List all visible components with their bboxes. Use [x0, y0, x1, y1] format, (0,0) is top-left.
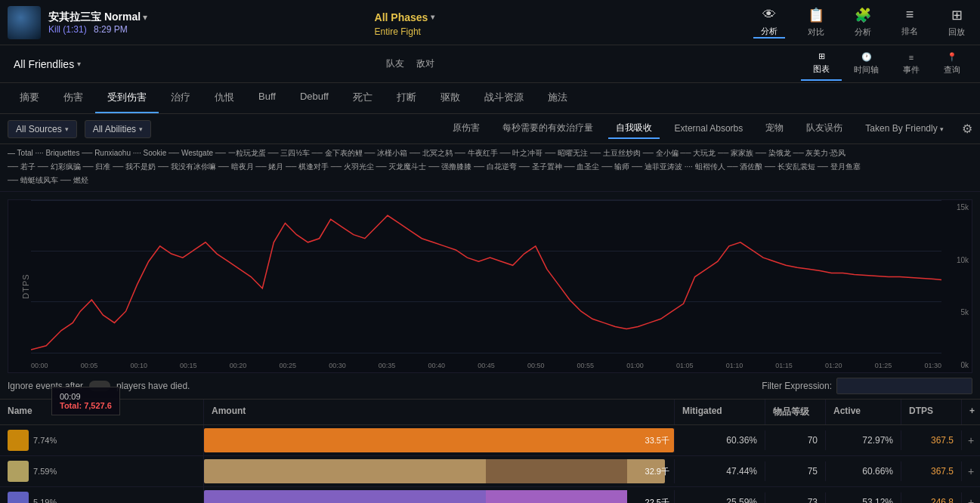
tab-summary[interactable]: 摘要 — [8, 83, 51, 113]
amount-bar — [204, 428, 674, 452]
table-row[interactable]: 7.59% 32.9千47.44%7560.66%367.5+ — [0, 456, 980, 487]
nav-item-analysis[interactable]: 👁 分析 — [753, 7, 785, 39]
metric-friendly-fire[interactable]: 队友误伤 — [799, 119, 850, 139]
th-expand: + — [962, 400, 980, 424]
player-pct: 7.74% — [33, 436, 57, 445]
amount-bar-secondary — [486, 459, 627, 483]
amount-value: 22.5千 — [645, 497, 669, 504]
tab-death[interactable]: 死亡 — [341, 83, 385, 113]
tab-buff[interactable]: Buff — [246, 83, 288, 113]
th-dtps: DTPS — [901, 400, 962, 424]
player-cell: 7.59% — [8, 461, 60, 482]
th-mitigated: Mitigated — [675, 400, 765, 424]
sources-filter[interactable]: All Sources ▾ — [8, 120, 77, 138]
tab-dispel[interactable]: 驱散 — [428, 83, 472, 113]
nav-item-replay[interactable]: ⊞ 回放 — [941, 7, 972, 39]
expand-button[interactable]: + — [962, 430, 980, 451]
active-cell: 60.66% — [826, 461, 901, 481]
list-icon: ≡ — [909, 53, 914, 62]
player-name-cell: 5.19% — [0, 487, 204, 503]
dtps-cell: 367.5 — [901, 430, 962, 450]
tab-debuff[interactable]: Debuff — [288, 83, 341, 113]
boss-info: 安其拉三宝 Normal ▾ Kill (1:31) 8:29 PM — [48, 11, 346, 35]
friendlies-button[interactable]: All Friendlies ▾ — [8, 55, 380, 73]
abilities-arrow: ▾ — [139, 125, 143, 133]
expand-button[interactable]: + — [962, 461, 980, 482]
metric-taken-by-friendly[interactable]: Taken By Friendly ▾ — [858, 120, 951, 138]
view-events[interactable]: ≡ 事件 — [891, 48, 932, 80]
mitigated-cell: 25.59% — [675, 492, 765, 503]
mitigated-cell: 60.36% — [675, 430, 765, 450]
amount-bar-cell: 32.9千 — [204, 459, 675, 483]
th-amount: Amount — [204, 400, 675, 424]
amount-bar-cell: 22.5千 — [204, 490, 675, 503]
tab-damage[interactable]: 伤害 — [51, 83, 95, 113]
view-chart[interactable]: ⊞ 图表 — [801, 47, 842, 81]
chart-icon: ⊞ — [818, 51, 825, 61]
table-row[interactable]: 7.74% 33.5千60.36%7072.97%367.5+ — [0, 425, 980, 456]
tab-damage-taken[interactable]: 受到伤害 — [95, 83, 159, 113]
tab-healing[interactable]: 治疗 — [159, 83, 202, 113]
tab-threat[interactable]: 仇恨 — [202, 83, 246, 113]
nav-item-ranking[interactable]: ≡ 排名 — [894, 7, 926, 39]
phases-button[interactable]: All Phases ▾ — [369, 8, 441, 26]
th-active: Active — [826, 400, 901, 424]
tab-interrupt[interactable]: 打断 — [385, 83, 428, 113]
dtps-cell: 246.8 — [901, 492, 962, 503]
player-avatar — [8, 430, 29, 451]
player-cell: 7.74% — [8, 430, 60, 451]
boss-avatar — [8, 6, 41, 39]
amount-bar-cell: 33.5千 — [204, 428, 675, 452]
nav-item-analyze[interactable]: 🧩 分析 — [847, 7, 879, 39]
metric-pet[interactable]: 宠物 — [758, 119, 791, 139]
chart-legend: — Total ···· Briquettes ── Runxiaohu ···… — [0, 144, 980, 192]
tab-resources[interactable]: 战斗资源 — [472, 83, 536, 113]
pin-icon: 📍 — [947, 52, 957, 62]
puzzle-icon: 🧩 — [855, 7, 871, 23]
abilities-filter[interactable]: All Abilities ▾ — [85, 120, 151, 138]
filter-bar: All Sources ▾ All Abilities ▾ 原伤害 每秒需要的有… — [0, 114, 980, 144]
friend-tab-didui[interactable]: 敌对 — [410, 57, 441, 70]
filter-expression-input[interactable] — [836, 378, 972, 394]
table-header: Name Amount Mitigated 物品等级 Active DTPS + — [0, 400, 980, 425]
amount-bar-secondary — [486, 490, 627, 503]
metric-ext-absorb[interactable]: External Absorbs — [667, 120, 751, 138]
players-died-label: players have died. — [116, 381, 190, 391]
chart-area[interactable]: DTPS 15k 10k 5k 0k 00:00 00:05 00:10 00:… — [8, 199, 972, 373]
player-avatar — [8, 461, 29, 482]
th-ilvl: 物品等级 — [765, 400, 826, 424]
table-body: 7.74% 33.5千60.36%7072.97%367.5+ 7.59% 32… — [0, 425, 980, 503]
dtps-cell: 367.5 — [901, 461, 962, 481]
settings-icon[interactable]: ⚙ — [962, 122, 972, 136]
ilvl-cell: 70 — [765, 430, 826, 450]
expand-button[interactable]: + — [962, 492, 980, 503]
ilvl-cell: 73 — [765, 492, 826, 503]
friend-tab-duiyou[interactable]: 队友 — [380, 57, 410, 70]
player-pct: 7.59% — [33, 467, 57, 476]
metric-raw[interactable]: 原伤害 — [445, 119, 487, 139]
y-axis-label: DTPS — [21, 273, 30, 298]
filter-expression-section: Filter Expression: — [762, 378, 972, 394]
entire-fight-label: Entire Fight — [369, 26, 441, 37]
kill-info: Kill (1:31) 8:29 PM — [48, 24, 346, 35]
tab-cast[interactable]: 施法 — [536, 83, 580, 113]
clock-icon: 🕐 — [861, 52, 872, 62]
th-name: Name — [0, 400, 204, 424]
boss-name: 安其拉三宝 Normal ▾ — [48, 11, 346, 24]
ignore-label: Ignore events after — [8, 381, 83, 391]
active-cell: 53.12% — [826, 492, 901, 503]
ranking-icon: ≡ — [906, 7, 914, 23]
view-query[interactable]: 📍 查询 — [932, 48, 972, 80]
view-timeline[interactable]: 🕐 时间轴 — [842, 48, 891, 80]
sources-arrow: ▾ — [65, 125, 69, 133]
players-died-toggle[interactable] — [89, 381, 110, 391]
metric-self-absorb[interactable]: 自我吸收 — [608, 119, 660, 139]
x-axis: 00:00 00:05 00:10 00:15 00:20 00:25 00:3… — [31, 359, 941, 372]
nav-item-compare[interactable]: 📋 对比 — [800, 7, 832, 39]
legend-line-1: — Total ···· Briquettes ── Runxiaohu ···… — [8, 147, 972, 159]
player-pct: 5.19% — [33, 498, 57, 503]
sub-header: All Friendlies ▾ 队友 敌对 ⊞ 图表 🕐 时间轴 ≡ 事件 📍… — [0, 45, 980, 83]
chart-svg — [31, 200, 941, 353]
table-row[interactable]: 5.19% 22.5千25.59%7353.12%246.8+ — [0, 487, 980, 503]
metric-ehps[interactable]: 每秒需要的有效治疗量 — [495, 119, 601, 139]
